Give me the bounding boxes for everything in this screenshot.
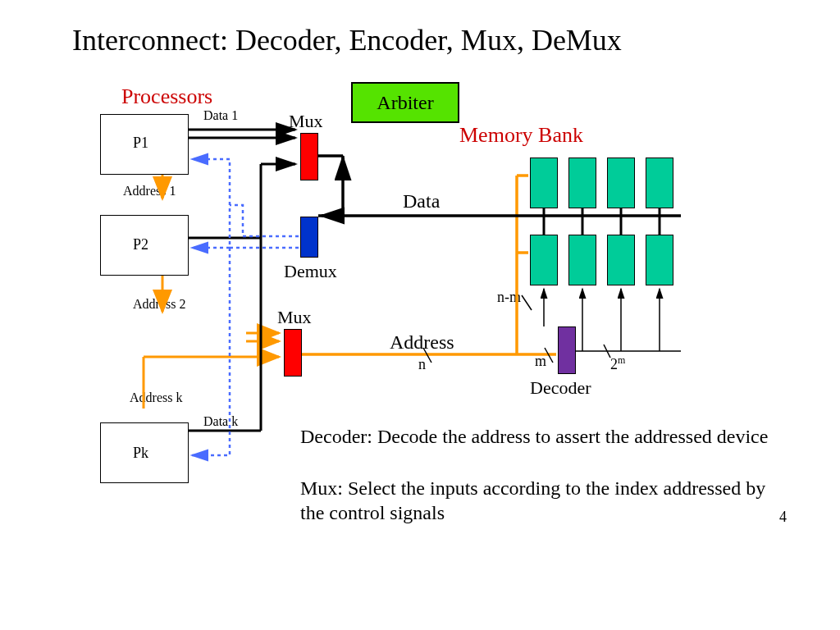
wiring-layer xyxy=(0,0,840,630)
diagram-stage: Interconnect: Decoder, Encoder, Mux, DeM… xyxy=(0,0,840,630)
svg-line-12 xyxy=(522,295,532,310)
